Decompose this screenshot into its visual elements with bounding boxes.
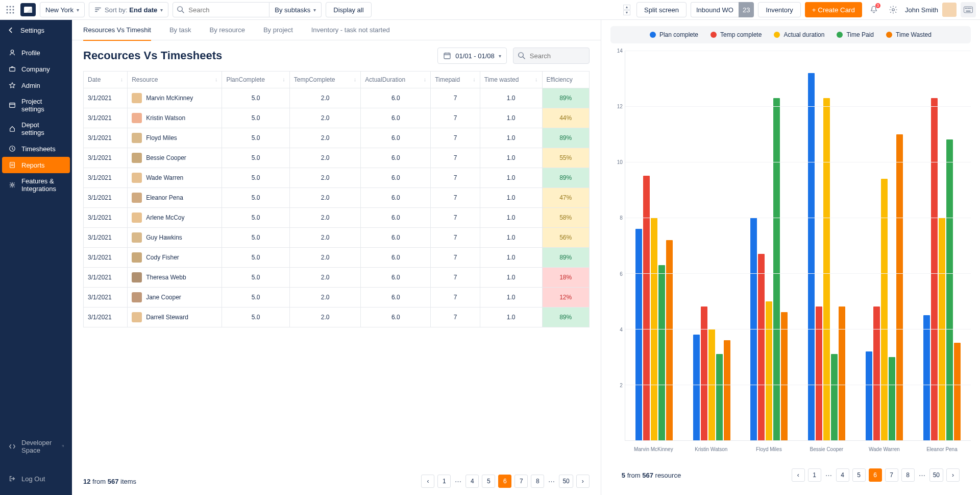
user-menu[interactable]: John Smith — [905, 3, 957, 17]
table-row[interactable]: 3/1/2021Arlene McCoy5.02.06.071.058% — [84, 208, 590, 228]
chevron-down-icon: ▾ — [77, 7, 79, 13]
avatar — [132, 292, 142, 302]
col-timepaid[interactable]: Timepaid↓ — [431, 72, 480, 88]
apps-grid-icon[interactable] — [4, 4, 16, 16]
settings-button[interactable] — [886, 2, 901, 17]
sidebar-item-company[interactable]: Company — [2, 61, 70, 77]
resource-name: Eleanor Pena — [146, 194, 183, 201]
page-prev[interactable]: ‹ — [792, 468, 805, 482]
svg-rect-23 — [10, 162, 15, 168]
col-time-wasted[interactable]: Time wasted↓ — [480, 72, 542, 88]
chart-legend: Plan completeTemp completeActual duratio… — [610, 26, 971, 43]
col-tempcomplete[interactable]: TempComplete↓ — [289, 72, 361, 88]
sidebar-item-developer-space[interactable]: Developer Space — [2, 435, 70, 458]
page-50[interactable]: 50 — [559, 475, 573, 488]
display-all-button[interactable]: Display all — [326, 2, 371, 17]
star-icon — [8, 81, 16, 89]
table-row[interactable]: 3/1/2021Theresa Webb5.02.06.071.018% — [84, 268, 590, 288]
col-date[interactable]: Date↓ — [84, 72, 128, 88]
search-input[interactable] — [173, 2, 270, 17]
page-4[interactable]: 4 — [836, 468, 849, 482]
create-card-button[interactable]: + Create Card — [805, 2, 862, 17]
bar — [658, 265, 665, 440]
subtasks-select[interactable]: By subtasks ▾ — [270, 2, 322, 17]
table-row[interactable]: 3/1/2021Cody Fisher5.02.06.071.089% — [84, 248, 590, 268]
sort-down-icon: ↓ — [215, 76, 218, 82]
table-row[interactable]: 3/1/2021Eleanor Pena5.02.06.071.047% — [84, 188, 590, 208]
page-7[interactable]: 7 — [885, 468, 898, 482]
page-1[interactable]: 1 — [437, 475, 451, 488]
page-prev[interactable]: ‹ — [421, 475, 434, 488]
external-link-icon — [61, 444, 64, 449]
sidebar-item-logout[interactable]: Log Out — [2, 470, 70, 487]
col-actualduration[interactable]: ActualDuration↓ — [361, 72, 431, 88]
avatar — [942, 3, 957, 17]
table-row[interactable]: 3/1/2021Wade Warren5.02.06.071.089% — [84, 168, 590, 188]
resource-name: Wade Warren — [146, 174, 183, 181]
table-row[interactable]: 3/1/2021Guy Hawkins5.02.06.071.056% — [84, 228, 590, 248]
page-4[interactable]: 4 — [465, 475, 479, 488]
keyboard-button[interactable] — [961, 2, 976, 17]
page-7[interactable]: 7 — [514, 475, 528, 488]
spinner-control[interactable]: ▴▾ — [623, 5, 630, 15]
table-row[interactable]: 3/1/2021Darrell Steward5.02.06.071.089% — [84, 308, 590, 327]
bar — [716, 354, 723, 440]
col-efficiency[interactable]: Efficiency — [542, 72, 589, 88]
page-5[interactable]: 5 — [852, 468, 866, 482]
sidebar-item-features-integrations[interactable]: Features & Integrations — [2, 173, 70, 197]
chart-pane: Plan completeTemp completeActual duratio… — [601, 20, 980, 495]
page-5[interactable]: 5 — [482, 475, 495, 488]
col-resource[interactable]: Resource↓ — [128, 72, 222, 88]
app-logo[interactable] — [20, 3, 36, 16]
page-next[interactable]: › — [576, 475, 590, 488]
sidebar-item-project-settings[interactable]: Project settings — [2, 93, 70, 117]
table-row[interactable]: 3/1/2021Bessie Cooper5.02.06.071.055% — [84, 148, 590, 168]
sidebar-item-admin[interactable]: Admin — [2, 77, 70, 93]
page-6[interactable]: 6 — [498, 475, 511, 488]
svg-point-24 — [11, 184, 13, 186]
col-plancomplete[interactable]: PlanComplete↓ — [222, 72, 289, 88]
page-6[interactable]: 6 — [869, 468, 882, 482]
sidebar-item-profile[interactable]: Profile — [2, 44, 70, 61]
bar — [831, 354, 838, 440]
table-row[interactable]: 3/1/2021Kristin Watson5.02.06.071.044% — [84, 108, 590, 128]
table-row[interactable]: 3/1/2021Jane Cooper5.02.06.071.012% — [84, 288, 590, 308]
bar — [923, 315, 930, 440]
svg-point-7 — [10, 12, 11, 14]
chevron-up-icon: ▴ — [623, 5, 630, 10]
efficiency-badge: 56% — [542, 228, 589, 248]
notifications-button[interactable]: 3 — [866, 2, 881, 17]
bar — [839, 307, 845, 440]
resource-name: Bessie Cooper — [146, 154, 186, 161]
sort-select[interactable]: Sort by: End date ▾ — [89, 2, 168, 17]
sidebar-item-reports[interactable]: Reports — [2, 157, 70, 173]
sidebar-item-timesheets[interactable]: Timesheets — [2, 140, 70, 157]
tab-by-project[interactable]: By project — [263, 20, 293, 40]
split-screen-button[interactable]: Split screen — [636, 2, 687, 17]
search-icon — [518, 52, 525, 59]
page-1[interactable]: 1 — [808, 468, 821, 482]
page-8[interactable]: 8 — [901, 468, 915, 482]
back-button[interactable] — [7, 27, 14, 34]
table-row[interactable]: 3/1/2021Floyd Miles5.02.06.071.089% — [84, 128, 590, 148]
chevron-down-icon: ▾ — [160, 7, 163, 13]
inbound-wo-button[interactable]: Inbound WO 23 — [691, 2, 754, 17]
tab-by-task[interactable]: By task — [169, 20, 191, 40]
date-range-picker[interactable]: 01/01 - 01/08 ▾ — [437, 48, 507, 64]
page-next[interactable]: › — [946, 468, 960, 482]
page-8[interactable]: 8 — [531, 475, 544, 488]
location-select[interactable]: New York ▾ — [40, 2, 85, 17]
resource-name: Floyd Miles — [146, 134, 177, 142]
tab-by-resource[interactable]: By resource — [210, 20, 245, 40]
inventory-button[interactable]: Inventory — [758, 2, 800, 17]
page-50[interactable]: 50 — [929, 468, 943, 482]
bar-chart: 2468101214 Marvin McKinneyKristin Watson… — [610, 51, 971, 461]
resource-name: Cody Fisher — [146, 254, 179, 261]
table-row[interactable]: 3/1/2021Marvin McKinney5.02.06.071.089% — [84, 88, 590, 108]
avatar — [132, 113, 142, 123]
resource-name: Darrell Steward — [146, 314, 188, 321]
tab-resources-vs-timeshit[interactable]: Resources Vs Timeshit — [83, 20, 151, 40]
sidebar-item-depot-settings[interactable]: Depot settings — [2, 117, 70, 140]
tab-inventory-task-not-started[interactable]: Inventory - task not started — [311, 20, 390, 40]
notif-count: 3 — [875, 3, 880, 8]
